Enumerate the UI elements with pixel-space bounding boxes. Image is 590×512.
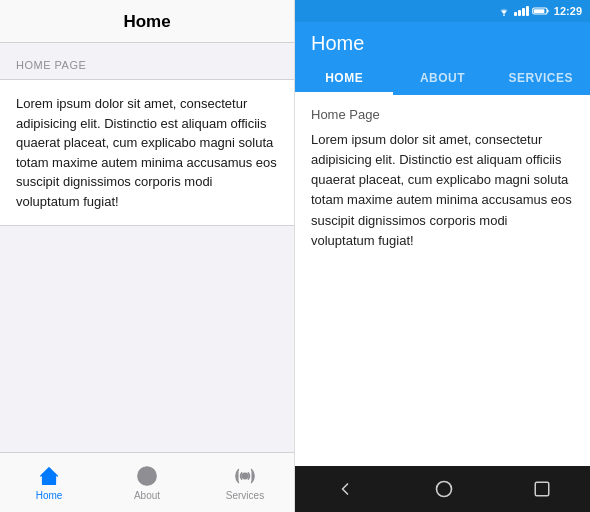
status-time: 12:29 xyxy=(554,5,582,17)
android-tab-home[interactable]: HOME xyxy=(295,61,393,95)
svg-rect-7 xyxy=(547,10,549,13)
ios-header-title: Home xyxy=(123,12,170,31)
ios-header: Home xyxy=(0,0,294,43)
android-tabs: HOME ABOUT SERVICES xyxy=(295,61,590,95)
ios-tabbar: Home About Services xyxy=(0,452,294,512)
tab-home-label: Home xyxy=(36,490,63,501)
tab-services[interactable]: Services xyxy=(196,464,294,501)
tab-about-label: About xyxy=(134,490,160,501)
android-phone: 12:29 Home HOME ABOUT SERVICES Home Page… xyxy=(295,0,590,512)
svg-rect-9 xyxy=(535,482,549,496)
tab-about[interactable]: About xyxy=(98,464,196,501)
android-body-text: Lorem ipsum dolor sit amet, consectetur … xyxy=(311,130,574,251)
android-statusbar: 12:29 xyxy=(295,0,590,22)
tab-services-label: Services xyxy=(226,490,264,501)
ios-phone: Home HOME PAGE Lorem ipsum dolor sit ame… xyxy=(0,0,295,512)
android-tab-about[interactable]: ABOUT xyxy=(393,61,491,95)
section-label: HOME PAGE xyxy=(0,43,294,79)
android-tab-services[interactable]: SERVICES xyxy=(492,61,590,95)
svg-point-3 xyxy=(242,473,248,479)
about-icon xyxy=(135,464,159,488)
wifi-icon xyxy=(497,5,511,17)
services-icon xyxy=(233,464,257,488)
ios-content: HOME PAGE Lorem ipsum dolor sit amet, co… xyxy=(0,43,294,452)
android-navbar xyxy=(295,466,590,512)
android-content: Home Page Lorem ipsum dolor sit amet, co… xyxy=(295,95,590,466)
recents-button[interactable] xyxy=(533,480,551,498)
status-icons xyxy=(497,5,550,17)
body-text: Lorem ipsum dolor sit amet, consectetur … xyxy=(16,94,278,211)
tab-home[interactable]: Home xyxy=(0,464,98,501)
home-icon xyxy=(37,464,61,488)
android-app-header: Home xyxy=(295,22,590,61)
battery-icon xyxy=(532,6,550,16)
back-button[interactable] xyxy=(335,479,355,499)
android-page-label: Home Page xyxy=(311,107,574,122)
signal-icon xyxy=(514,6,529,16)
svg-point-4 xyxy=(503,14,505,16)
svg-point-8 xyxy=(436,482,451,497)
content-card: Lorem ipsum dolor sit amet, consectetur … xyxy=(0,79,294,226)
svg-rect-6 xyxy=(534,9,545,13)
home-button[interactable] xyxy=(434,479,454,499)
android-header-title: Home xyxy=(311,32,364,54)
